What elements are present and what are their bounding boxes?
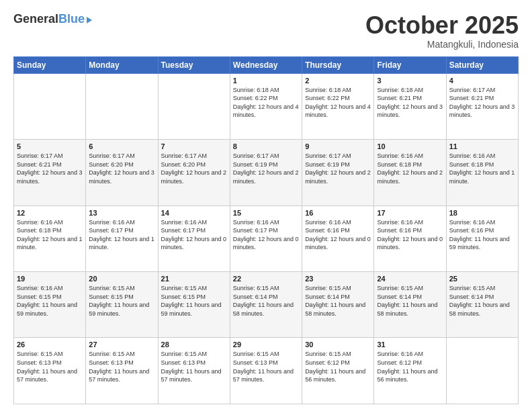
day-info: Sunrise: 6:16 AM Sunset: 6:17 PM Dayligh… — [233, 218, 299, 252]
day-number: 3 — [377, 77, 443, 85]
table-row: 3Sunrise: 6:18 AM Sunset: 6:21 PM Daylig… — [374, 73, 446, 139]
table-row: 11Sunrise: 6:16 AM Sunset: 6:18 PM Dayli… — [446, 140, 518, 205]
logo-arrow-icon — [87, 17, 92, 24]
table-row: 21Sunrise: 6:15 AM Sunset: 6:15 PM Dayli… — [158, 272, 230, 338]
table-row: 2Sunrise: 6:18 AM Sunset: 6:22 PM Daylig… — [302, 73, 374, 139]
calendar-table: Sunday Monday Tuesday Wednesday Thursday… — [13, 56, 519, 404]
table-row: 6Sunrise: 6:17 AM Sunset: 6:20 PM Daylig… — [86, 140, 158, 205]
day-info: Sunrise: 6:16 AM Sunset: 6:12 PM Dayligh… — [377, 350, 443, 383]
table-row — [86, 73, 158, 139]
col-saturday: Saturday — [446, 56, 518, 73]
day-info: Sunrise: 6:15 AM Sunset: 6:14 PM Dayligh… — [377, 284, 443, 318]
table-row: 28Sunrise: 6:15 AM Sunset: 6:13 PM Dayli… — [158, 338, 230, 404]
table-row: 16Sunrise: 6:16 AM Sunset: 6:16 PM Dayli… — [302, 205, 374, 271]
day-info: Sunrise: 6:15 AM Sunset: 6:15 PM Dayligh… — [161, 284, 227, 318]
day-number: 13 — [89, 209, 154, 217]
table-row: 31Sunrise: 6:16 AM Sunset: 6:12 PM Dayli… — [374, 338, 446, 404]
day-info: Sunrise: 6:15 AM Sunset: 6:13 PM Dayligh… — [233, 350, 299, 383]
day-number: 2 — [305, 77, 371, 85]
day-info: Sunrise: 6:15 AM Sunset: 6:13 PM Dayligh… — [17, 350, 83, 383]
day-number: 26 — [17, 340, 83, 349]
table-row: 8Sunrise: 6:17 AM Sunset: 6:19 PM Daylig… — [230, 140, 302, 205]
col-tuesday: Tuesday — [158, 56, 230, 73]
table-row: 7Sunrise: 6:17 AM Sunset: 6:20 PM Daylig… — [158, 140, 230, 205]
title-block: October 2025 Matangkuli, Indonesia — [365, 12, 519, 50]
table-row — [14, 73, 86, 139]
table-row: 25Sunrise: 6:15 AM Sunset: 6:14 PM Dayli… — [446, 272, 518, 338]
day-number: 17 — [377, 209, 443, 217]
day-number: 16 — [305, 209, 371, 217]
day-info: Sunrise: 6:15 AM Sunset: 6:13 PM Dayligh… — [161, 350, 227, 383]
table-row: 5Sunrise: 6:17 AM Sunset: 6:21 PM Daylig… — [14, 140, 86, 205]
logo: General Blue — [13, 12, 92, 26]
day-number: 1 — [233, 77, 299, 85]
col-thursday: Thursday — [302, 56, 374, 73]
table-row: 10Sunrise: 6:16 AM Sunset: 6:18 PM Dayli… — [374, 140, 446, 205]
day-info: Sunrise: 6:16 AM Sunset: 6:17 PM Dayligh… — [161, 218, 227, 252]
day-number: 9 — [305, 142, 371, 150]
day-number: 6 — [89, 142, 154, 150]
col-friday: Friday — [374, 56, 446, 73]
day-info: Sunrise: 6:15 AM Sunset: 6:14 PM Dayligh… — [305, 284, 371, 318]
day-number: 7 — [161, 142, 227, 150]
day-number: 18 — [449, 209, 515, 217]
day-info: Sunrise: 6:17 AM Sunset: 6:20 PM Dayligh… — [89, 152, 154, 185]
col-sunday: Sunday — [14, 56, 86, 73]
day-number: 5 — [17, 142, 83, 150]
table-row: 27Sunrise: 6:15 AM Sunset: 6:13 PM Dayli… — [86, 338, 158, 404]
day-info: Sunrise: 6:16 AM Sunset: 6:16 PM Dayligh… — [305, 218, 371, 252]
day-number: 31 — [377, 340, 443, 349]
logo-blue-text: Blue — [58, 12, 85, 26]
table-row: 19Sunrise: 6:16 AM Sunset: 6:15 PM Dayli… — [14, 272, 86, 338]
table-row: 20Sunrise: 6:15 AM Sunset: 6:15 PM Dayli… — [86, 272, 158, 338]
day-info: Sunrise: 6:18 AM Sunset: 6:22 PM Dayligh… — [305, 86, 371, 120]
day-number: 25 — [449, 275, 515, 283]
day-number: 24 — [377, 275, 443, 283]
day-number: 12 — [17, 209, 83, 217]
table-row: 14Sunrise: 6:16 AM Sunset: 6:17 PM Dayli… — [158, 205, 230, 271]
page: General Blue October 2025 Matangkuli, In… — [0, 0, 532, 411]
day-info: Sunrise: 6:16 AM Sunset: 6:16 PM Dayligh… — [377, 218, 443, 252]
table-row: 15Sunrise: 6:16 AM Sunset: 6:17 PM Dayli… — [230, 205, 302, 271]
day-info: Sunrise: 6:16 AM Sunset: 6:18 PM Dayligh… — [377, 152, 443, 185]
table-row: 24Sunrise: 6:15 AM Sunset: 6:14 PM Dayli… — [374, 272, 446, 338]
day-info: Sunrise: 6:17 AM Sunset: 6:19 PM Dayligh… — [305, 152, 371, 185]
day-info: Sunrise: 6:17 AM Sunset: 6:21 PM Dayligh… — [17, 152, 83, 185]
day-number: 27 — [89, 340, 154, 349]
day-info: Sunrise: 6:17 AM Sunset: 6:19 PM Dayligh… — [233, 152, 299, 185]
calendar-week-row: 19Sunrise: 6:16 AM Sunset: 6:15 PM Dayli… — [14, 272, 519, 338]
month-title: October 2025 — [365, 12, 519, 39]
day-number: 10 — [377, 142, 443, 150]
table-row: 30Sunrise: 6:15 AM Sunset: 6:12 PM Dayli… — [302, 338, 374, 404]
day-info: Sunrise: 6:18 AM Sunset: 6:22 PM Dayligh… — [233, 86, 299, 120]
day-number: 22 — [233, 275, 299, 283]
table-row: 23Sunrise: 6:15 AM Sunset: 6:14 PM Dayli… — [302, 272, 374, 338]
col-monday: Monday — [86, 56, 158, 73]
logo-general-text: General — [13, 12, 58, 26]
table-row: 17Sunrise: 6:16 AM Sunset: 6:16 PM Dayli… — [374, 205, 446, 271]
header: General Blue October 2025 Matangkuli, In… — [13, 12, 519, 50]
day-number: 29 — [233, 340, 299, 349]
day-info: Sunrise: 6:16 AM Sunset: 6:15 PM Dayligh… — [17, 284, 83, 318]
day-number: 15 — [233, 209, 299, 217]
day-info: Sunrise: 6:16 AM Sunset: 6:16 PM Dayligh… — [449, 218, 515, 252]
day-number: 30 — [305, 340, 371, 349]
day-number: 14 — [161, 209, 227, 217]
day-info: Sunrise: 6:15 AM Sunset: 6:15 PM Dayligh… — [89, 284, 154, 318]
day-info: Sunrise: 6:17 AM Sunset: 6:20 PM Dayligh… — [161, 152, 227, 185]
day-number: 23 — [305, 275, 371, 283]
table-row: 4Sunrise: 6:17 AM Sunset: 6:21 PM Daylig… — [446, 73, 518, 139]
day-info: Sunrise: 6:15 AM Sunset: 6:14 PM Dayligh… — [449, 284, 515, 318]
day-info: Sunrise: 6:15 AM Sunset: 6:13 PM Dayligh… — [89, 350, 154, 383]
table-row: 22Sunrise: 6:15 AM Sunset: 6:14 PM Dayli… — [230, 272, 302, 338]
table-row: 12Sunrise: 6:16 AM Sunset: 6:18 PM Dayli… — [14, 205, 86, 271]
table-row — [446, 338, 518, 404]
day-number: 28 — [161, 340, 227, 349]
col-wednesday: Wednesday — [230, 56, 302, 73]
day-info: Sunrise: 6:17 AM Sunset: 6:21 PM Dayligh… — [449, 86, 515, 120]
table-row — [158, 73, 230, 139]
day-info: Sunrise: 6:16 AM Sunset: 6:18 PM Dayligh… — [17, 218, 83, 252]
table-row: 13Sunrise: 6:16 AM Sunset: 6:17 PM Dayli… — [86, 205, 158, 271]
day-number: 19 — [17, 275, 83, 283]
day-number: 4 — [449, 77, 515, 85]
